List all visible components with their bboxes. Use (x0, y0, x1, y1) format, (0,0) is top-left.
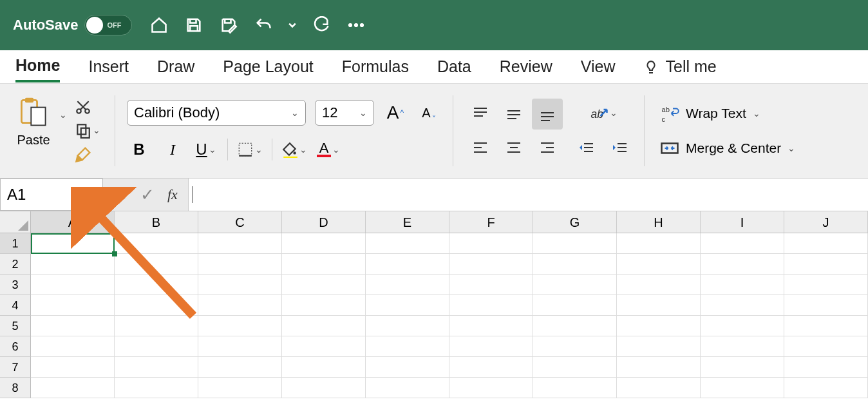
cell[interactable] (366, 295, 449, 316)
cell[interactable] (784, 336, 868, 357)
cell[interactable] (701, 357, 784, 378)
cell[interactable] (449, 336, 533, 357)
copy-button[interactable]: ⌄ (75, 122, 100, 139)
cell[interactable] (449, 357, 533, 378)
cancel-formula-icon[interactable]: ✕ (113, 185, 127, 205)
increase-font-button[interactable]: A^ (383, 101, 408, 125)
cell[interactable] (784, 378, 868, 398)
home-icon[interactable] (147, 14, 171, 37)
cell[interactable] (31, 254, 115, 275)
cell[interactable] (533, 357, 617, 378)
cell[interactable] (115, 357, 198, 378)
align-bottom-button[interactable] (532, 99, 563, 130)
format-painter-button[interactable] (75, 145, 100, 163)
column-header[interactable]: F (449, 211, 533, 233)
underline-button[interactable]: U⌄ (194, 137, 218, 162)
cell[interactable] (701, 336, 784, 357)
merge-center-button[interactable]: Merge & Center ⌄ (656, 136, 799, 160)
cell[interactable] (449, 378, 533, 398)
cell[interactable] (449, 275, 533, 295)
cell[interactable] (366, 275, 449, 295)
row-header[interactable]: 2 (0, 254, 31, 275)
column-header[interactable]: G (533, 211, 617, 233)
copy-dropdown-icon[interactable]: ⌄ (93, 125, 100, 135)
tab-insert[interactable]: Insert (88, 52, 129, 81)
redo-icon[interactable] (310, 14, 333, 37)
tab-home[interactable]: Home (15, 51, 60, 82)
fill-color-button[interactable]: ⌄ (281, 137, 307, 162)
autosave-toggle[interactable]: AutoSave OFF (13, 15, 132, 35)
cell[interactable] (282, 233, 366, 254)
cell[interactable] (449, 316, 533, 336)
decrease-font-button[interactable]: Aˬ (417, 101, 441, 125)
cell[interactable] (449, 254, 533, 275)
cell[interactable] (617, 295, 701, 316)
cell[interactable] (449, 233, 533, 254)
tell-me[interactable]: Tell me (643, 52, 716, 81)
cell[interactable] (198, 378, 282, 398)
cell[interactable] (701, 316, 784, 336)
align-right-button[interactable] (532, 132, 563, 163)
cell[interactable] (701, 275, 784, 295)
enter-formula-icon[interactable]: ✓ (140, 185, 155, 205)
cell[interactable] (31, 378, 115, 398)
tab-formulas[interactable]: Formulas (342, 52, 409, 81)
cell[interactable] (366, 316, 449, 336)
cell[interactable] (366, 378, 449, 398)
cell[interactable] (366, 233, 449, 254)
cell[interactable] (282, 336, 366, 357)
cell[interactable] (617, 275, 701, 295)
increase-indent-button[interactable] (608, 137, 632, 161)
cell[interactable] (366, 254, 449, 275)
cell[interactable] (449, 295, 533, 316)
fx-icon[interactable]: fx (167, 186, 178, 203)
cell[interactable] (533, 316, 617, 336)
column-header[interactable]: A (31, 211, 115, 233)
cell[interactable] (282, 254, 366, 275)
cell[interactable] (617, 316, 701, 336)
cell[interactable] (784, 295, 868, 316)
tab-page-layout[interactable]: Page Layout (223, 52, 313, 81)
cell[interactable] (533, 336, 617, 357)
align-left-button[interactable] (465, 132, 496, 163)
cell[interactable] (198, 275, 282, 295)
paste-button[interactable]: Paste (13, 93, 54, 169)
cell[interactable] (784, 275, 868, 295)
cell[interactable] (115, 378, 198, 398)
cell[interactable] (701, 254, 784, 275)
save-edit-icon[interactable] (217, 14, 240, 37)
cell[interactable] (115, 295, 198, 316)
bold-button[interactable]: B (127, 137, 151, 162)
cut-button[interactable] (75, 99, 100, 115)
more-icon[interactable] (344, 14, 368, 37)
paste-dropdown-icon[interactable]: ⌄ (59, 110, 67, 120)
cell[interactable] (784, 316, 868, 336)
name-box[interactable]: A1 ▲▼ (0, 179, 103, 211)
fill-handle[interactable] (112, 251, 117, 256)
cell[interactable] (533, 233, 617, 254)
italic-button[interactable]: I (160, 137, 185, 162)
select-all-corner[interactable] (0, 211, 31, 233)
cell[interactable] (282, 357, 366, 378)
column-header[interactable]: E (366, 211, 449, 233)
tab-draw[interactable]: Draw (157, 52, 194, 81)
align-center-button[interactable] (498, 132, 529, 163)
cell[interactable] (533, 378, 617, 398)
column-header[interactable]: H (617, 211, 701, 233)
column-header[interactable]: I (701, 211, 784, 233)
column-header[interactable]: D (282, 211, 366, 233)
undo-icon[interactable] (252, 14, 275, 37)
cell[interactable] (701, 233, 784, 254)
row-header[interactable]: 7 (0, 357, 31, 378)
cell[interactable] (533, 275, 617, 295)
cell[interactable] (115, 316, 198, 336)
cell[interactable] (784, 254, 868, 275)
cell[interactable] (31, 295, 115, 316)
cell[interactable] (115, 275, 198, 295)
cell[interactable] (366, 336, 449, 357)
cell[interactable] (198, 336, 282, 357)
row-header[interactable]: 3 (0, 275, 31, 295)
cell[interactable] (115, 233, 198, 254)
cell[interactable] (533, 254, 617, 275)
tab-review[interactable]: Review (500, 52, 552, 81)
